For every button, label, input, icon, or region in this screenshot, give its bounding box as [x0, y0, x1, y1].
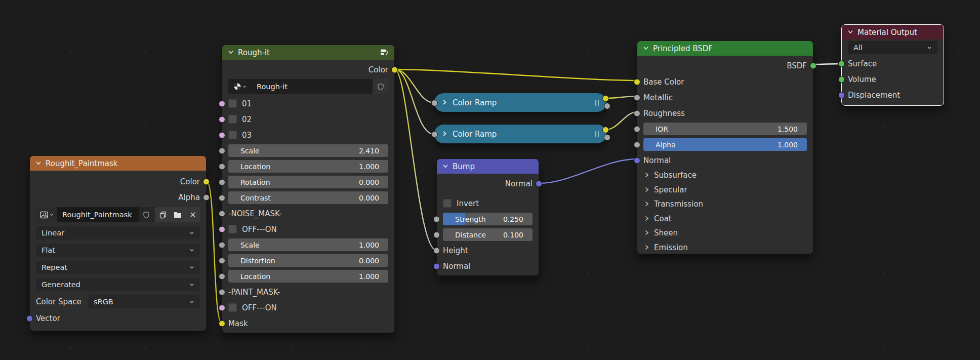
location-slider[interactable]: Location1.000 — [228, 160, 388, 173]
socket-color-output[interactable] — [602, 127, 609, 133]
socket-metallic-input[interactable] — [634, 94, 640, 101]
checkbox-01[interactable] — [228, 99, 237, 108]
socket-height-input[interactable] — [433, 247, 440, 254]
open-image-button[interactable] — [170, 207, 185, 222]
node-group-roughit[interactable]: Rough-it Color Rough-it — [222, 45, 395, 333]
group-name-field[interactable]: Rough-it — [252, 79, 373, 94]
source-dropdown[interactable]: Generated — [36, 278, 200, 291]
collapse-chevron-icon[interactable] — [228, 48, 234, 57]
panel-emission[interactable]: Emission — [637, 241, 813, 255]
resize-grip[interactable] — [595, 131, 599, 137]
socket-fac-input[interactable] — [431, 100, 438, 106]
socket-color-output[interactable] — [391, 66, 398, 73]
panel-specular[interactable]: Specular — [637, 183, 813, 197]
material-output-header[interactable]: Material Output — [842, 25, 944, 39]
panel-subsurface[interactable]: Subsurface — [637, 168, 813, 183]
socket-normal-output[interactable] — [536, 180, 542, 187]
socket-mask-input[interactable] — [219, 320, 225, 327]
wire-roughit-color-to-bump-height[interactable] — [395, 69, 436, 250]
panel-transmission[interactable]: Transmission — [637, 197, 813, 212]
new-image-button[interactable] — [155, 207, 170, 222]
checkbox-03[interactable] — [228, 131, 237, 139]
socket-bsdf-output[interactable] — [810, 62, 816, 69]
collapse-chevron-icon[interactable] — [442, 162, 448, 171]
panel-coat[interactable]: Coat — [637, 212, 813, 226]
wire-paintmask-color-to-mask[interactable] — [207, 181, 222, 323]
distance-slider[interactable]: Distance0.100 — [443, 228, 533, 241]
image-texture-header[interactable]: Roughit_Paintmask — [30, 156, 206, 171]
socket-strength-input[interactable] — [433, 216, 440, 222]
rotation-slider[interactable]: Rotation0.000 — [228, 176, 388, 188]
socket-rotation-input[interactable] — [219, 179, 225, 185]
socket-scale-input[interactable] — [219, 147, 225, 154]
socket-noise-mask-input[interactable] — [219, 210, 225, 217]
node-color-ramp-bottom[interactable]: Color Ramp — [434, 124, 607, 144]
socket-ior-input[interactable] — [634, 126, 640, 132]
node-material-output[interactable]: Material Output All Surface Volume Displ… — [841, 24, 944, 106]
node-color-ramp-top[interactable]: Color Ramp — [434, 93, 607, 112]
socket-noise-toggle-input[interactable] — [219, 226, 225, 232]
target-dropdown[interactable]: All — [848, 41, 937, 54]
socket-location2-input[interactable] — [219, 273, 225, 279]
scale-slider[interactable]: Scale2.410 — [228, 144, 388, 157]
strength-slider[interactable]: Strength0.250 — [443, 213, 533, 225]
resize-grip[interactable] — [595, 100, 599, 106]
wire-bsdf-to-surface[interactable] — [813, 64, 841, 64]
socket-alpha-input[interactable] — [634, 141, 640, 148]
socket-paint-toggle-input[interactable] — [219, 304, 225, 311]
color-space-dropdown[interactable]: sRGB — [88, 295, 200, 308]
socket-fac-input[interactable] — [431, 131, 438, 138]
fake-user-button[interactable] — [139, 207, 154, 222]
socket-alpha-output[interactable] — [203, 194, 210, 201]
interpolation-dropdown[interactable]: Linear — [36, 226, 200, 239]
socket-normal-input[interactable] — [433, 263, 440, 269]
image-browse-button[interactable] — [36, 207, 57, 222]
extension-dropdown[interactable]: Repeat — [36, 261, 200, 274]
socket-scale2-input[interactable] — [219, 242, 225, 248]
socket-vector-input[interactable] — [26, 315, 33, 322]
roughit-header[interactable]: Rough-it — [222, 45, 394, 60]
contrast-slider[interactable]: Contrast0.000 — [228, 191, 388, 204]
collapse-chevron-icon[interactable] — [35, 159, 42, 168]
fake-user-button[interactable] — [373, 79, 388, 94]
socket-distortion-input[interactable] — [219, 257, 225, 264]
image-name-field[interactable]: Roughit_Paintmask — [57, 207, 139, 222]
alpha-slider[interactable]: Alpha1.000 — [643, 138, 807, 151]
node-image-texture[interactable]: Roughit_Paintmask Color Alpha Roughit_Pa… — [29, 155, 207, 331]
checkbox-invert[interactable] — [443, 199, 452, 208]
socket-02-input[interactable] — [219, 116, 225, 123]
bump-header[interactable]: Bump — [437, 159, 539, 174]
socket-color-output[interactable] — [602, 95, 609, 102]
unlink-image-button[interactable] — [185, 207, 200, 222]
group-browse-button[interactable] — [228, 79, 252, 94]
distortion-slider[interactable]: Distortion0.000 — [228, 254, 388, 267]
socket-normal-input[interactable] — [634, 157, 640, 164]
socket-distance-input[interactable] — [433, 231, 440, 238]
socket-displacement-input[interactable] — [838, 92, 845, 98]
socket-03-input[interactable] — [219, 132, 225, 138]
panel-sheen[interactable]: Sheen — [637, 226, 813, 241]
socket-alpha-output[interactable] — [604, 103, 610, 109]
socket-roughness-input[interactable] — [634, 110, 640, 116]
socket-paint-mask-input[interactable] — [219, 289, 225, 295]
checkbox-noise-toggle[interactable] — [228, 225, 237, 233]
expand-chevron-icon[interactable] — [442, 130, 447, 139]
node-principled-bsdf[interactable]: Principled BSDF BSDF Base Color Metallic… — [637, 41, 813, 254]
socket-base-color-input[interactable] — [634, 78, 640, 85]
wire-ramp2-to-roughness[interactable] — [606, 112, 637, 130]
checkbox-paint-toggle[interactable] — [228, 303, 237, 312]
socket-location-input[interactable] — [219, 163, 225, 170]
socket-color-output[interactable] — [203, 178, 210, 185]
socket-alpha-output[interactable] — [604, 134, 610, 141]
socket-01-input[interactable] — [219, 100, 225, 107]
socket-volume-input[interactable] — [838, 76, 845, 83]
node-editor-canvas[interactable]: Roughit_Paintmask Color Alpha Roughit_Pa… — [0, 0, 980, 360]
node-bump[interactable]: Bump Normal Invert Strength0.250 — [436, 158, 539, 276]
socket-contrast-input[interactable] — [219, 194, 225, 201]
ior-slider[interactable]: IOR1.500 — [643, 123, 807, 135]
collapse-chevron-icon[interactable] — [643, 44, 649, 53]
collapse-chevron-icon[interactable] — [847, 28, 853, 37]
expand-chevron-icon[interactable] — [442, 98, 447, 107]
wire-roughit-color-to-ramp1[interactable] — [395, 69, 434, 103]
checkbox-02[interactable] — [228, 115, 237, 124]
